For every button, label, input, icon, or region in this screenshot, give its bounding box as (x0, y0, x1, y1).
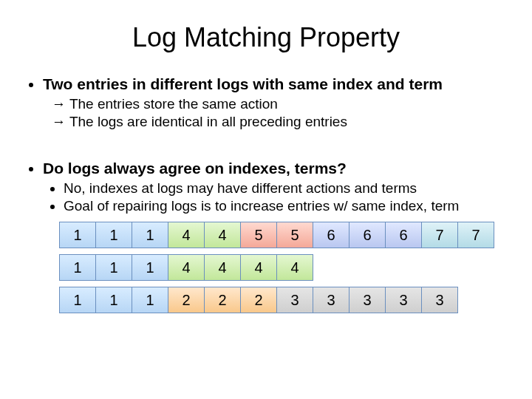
bullet-2-sub-1: No, indexes at logs may have different a… (64, 180, 510, 197)
log-row: 1114444 (59, 254, 510, 281)
log-cell: 6 (349, 222, 386, 248)
log-cell: 7 (457, 222, 494, 248)
log-table: 111445566677111444411122233333 (22, 222, 510, 313)
log-cell: 7 (421, 222, 458, 248)
log-cell: 2 (204, 287, 241, 313)
log-cell: 6 (313, 222, 349, 248)
bullet-2-text: Do logs always agree on indexes, terms? (43, 160, 347, 177)
log-cell: 2 (240, 287, 277, 313)
log-row: 11122233333 (59, 287, 510, 313)
log-cell: 1 (95, 254, 132, 281)
bullet-2: Do logs always agree on indexes, terms? … (43, 160, 510, 214)
log-cell: 2 (168, 287, 205, 313)
log-cell: 1 (132, 287, 168, 313)
bullet-2-sub: No, indexes at logs may have different a… (43, 180, 510, 214)
bullet-list: Two entries in different logs with same … (22, 75, 510, 214)
bullet-1-sub-2-text: → The logs are identical in all precedin… (52, 114, 347, 129)
bullet-1-text: Two entries in different logs with same … (43, 75, 443, 92)
slide: Log Matching Property Two entries in dif… (0, 0, 532, 334)
bullet-1-sub-1-text: → The entries store the same action (52, 96, 278, 112)
log-cell: 1 (59, 254, 96, 281)
log-cell: 4 (240, 254, 277, 281)
log-cell: 4 (276, 254, 313, 281)
log-cell: 6 (385, 222, 422, 248)
log-cell: 1 (95, 222, 132, 248)
slide-title: Log Matching Property (22, 22, 510, 53)
log-cell: 3 (276, 287, 313, 313)
log-cell: 3 (385, 287, 422, 313)
log-cell: 1 (132, 254, 168, 281)
bullet-1-sub-1: → The entries store the same action (52, 96, 510, 112)
log-cell: 4 (168, 254, 205, 281)
log-cell: 1 (95, 287, 132, 313)
bullet-1-sub: → The entries store the same action → Th… (43, 96, 510, 130)
log-cell: 3 (313, 287, 349, 313)
log-cell: 4 (204, 254, 241, 281)
log-cell: 3 (349, 287, 386, 313)
log-cell: 4 (204, 222, 241, 248)
log-cell: 3 (421, 287, 458, 313)
bullet-2-sub-2: Goal of repairing logs is to increase en… (64, 198, 510, 214)
log-cell: 4 (168, 222, 205, 248)
bullet-1: Two entries in different logs with same … (43, 75, 510, 130)
log-cell: 1 (59, 222, 96, 248)
log-cell: 1 (59, 287, 96, 313)
bullet-1-sub-2: → The logs are identical in all precedin… (52, 114, 510, 130)
spacer (43, 134, 510, 155)
log-cell: 5 (240, 222, 277, 248)
log-row: 111445566677 (59, 222, 510, 248)
log-cell: 5 (276, 222, 313, 248)
log-cell: 1 (132, 222, 168, 248)
